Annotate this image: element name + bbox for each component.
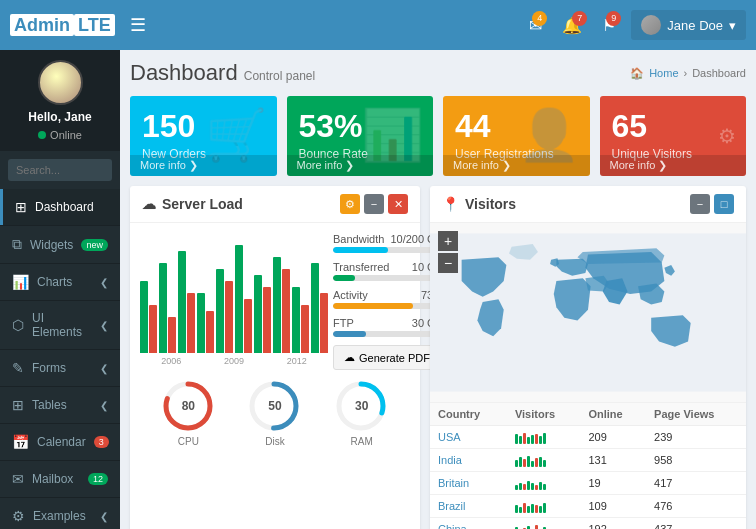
panel-close-button[interactable]: ✕ (388, 194, 408, 214)
bounce-footer[interactable]: More info ❯ (287, 155, 434, 176)
stats-right: Bandwidth 10/200 GB Transferred 10 GB (333, 233, 443, 370)
hamburger-button[interactable]: ☰ (125, 9, 151, 41)
panel-minimize-button[interactable]: − (364, 194, 384, 214)
bar-red (263, 287, 271, 353)
reg-footer[interactable]: More info ❯ (443, 155, 590, 176)
visitors-tools: − □ (690, 194, 734, 214)
server-load-panel: ☁ Server Load ⚙ − ✕ (130, 186, 420, 529)
user-menu[interactable]: Jane Doe ▾ (631, 10, 746, 40)
sidebar-item-label: Mailbox (32, 472, 73, 486)
page-subtitle: Control panel (244, 69, 315, 83)
sidebar-item-mailbox[interactable]: ✉ Mailbox 12 (0, 461, 120, 498)
sidebar-item-charts[interactable]: 📊 Charts ❮ (0, 264, 120, 301)
search-input[interactable] (8, 159, 112, 181)
messages-badge: 4 (532, 11, 547, 26)
calendar-icon: 📅 (12, 434, 29, 450)
bar-group (273, 257, 290, 353)
bar-green (311, 263, 319, 353)
country-link[interactable]: Brazil (438, 500, 466, 512)
country-link[interactable]: Britain (438, 477, 469, 489)
sidebar-item-label: Charts (37, 275, 72, 289)
sidebar-username: Hello, Jane (28, 110, 91, 124)
stat-box-registrations: 44 User Registrations 👤 More info ❯ (443, 96, 590, 176)
bar-group (216, 269, 233, 353)
server-load-body: 2006 2009 2012 Bandwidth 10/200 GB (130, 223, 420, 462)
map-zoom-out-button[interactable]: − (438, 253, 458, 273)
online-count: 131 (580, 449, 646, 472)
panel-config-button[interactable]: ⚙ (340, 194, 360, 214)
chevron-icon: ❮ (100, 363, 108, 374)
bar-group (235, 245, 252, 353)
country-link[interactable]: China (438, 523, 467, 529)
app-logo: AdminLTE (10, 15, 115, 36)
donut-label: Disk (247, 436, 302, 447)
bar-group (292, 287, 309, 353)
sidebar-item-examples[interactable]: ⚙ Examples ❮ (0, 498, 120, 529)
bar-green (216, 269, 224, 353)
country-link[interactable]: India (438, 454, 462, 466)
bar-green (254, 275, 262, 353)
sidebar-item-widgets[interactable]: ⧉ Widgets new (0, 226, 120, 264)
sidebar-item-calendar[interactable]: 📅 Calendar 3 (0, 424, 120, 461)
status-label: Online (50, 129, 82, 141)
alerts-badge: 7 (572, 11, 587, 26)
messages-button[interactable]: ✉ 4 (524, 11, 547, 40)
pageview-count: 239 (646, 426, 746, 449)
table-row: Britain 19 417 (430, 472, 746, 495)
online-dot (38, 131, 46, 139)
visitors-title: 📍 Visitors (442, 196, 516, 212)
visitors-minimize-button[interactable]: − (690, 194, 710, 214)
country-link[interactable]: USA (438, 431, 461, 443)
map-pin-icon: 📍 (442, 196, 459, 212)
progress-fill (333, 331, 366, 337)
online-count: 109 (580, 495, 646, 518)
mailbox-icon: ✉ (12, 471, 24, 487)
table-row: Brazil 109 476 (430, 495, 746, 518)
map-zoom-in-button[interactable]: + (438, 231, 458, 251)
sidebar-item-tables[interactable]: ⊞ Tables ❮ (0, 387, 120, 424)
breadcrumb-home[interactable]: Home (649, 67, 678, 79)
visitors-expand-button[interactable]: □ (714, 194, 734, 214)
alerts-button[interactable]: 🔔 7 (557, 11, 587, 40)
tasks-button[interactable]: ⚑ 9 (597, 11, 621, 40)
page-title-area: Dashboard Control panel (130, 60, 315, 86)
bar-red (320, 293, 328, 353)
sidebar-item-label: Tables (32, 398, 67, 412)
sidebar-item-label: Calendar (37, 435, 86, 449)
table-row: China 192 437 (430, 518, 746, 530)
breadcrumb-separator: › (684, 67, 688, 79)
mini-bars (515, 522, 572, 529)
donut-item: 80 CPU (161, 378, 216, 447)
avatar (38, 60, 83, 105)
table-row: India 131 958 (430, 449, 746, 472)
tables-icon: ⊞ (12, 397, 24, 413)
bar-red (206, 311, 214, 353)
sidebar-item-dashboard[interactable]: ⊞ Dashboard (0, 189, 120, 226)
sidebar-item-forms[interactable]: ✎ Forms ❮ (0, 350, 120, 387)
orders-footer[interactable]: More info ❯ (130, 155, 277, 176)
dashboard-icon: ⊞ (15, 199, 27, 215)
sidebar-user-profile: Hello, Jane Online (0, 50, 120, 151)
bar-green (292, 287, 300, 353)
bar-green (273, 257, 281, 353)
home-icon: 🏠 (630, 67, 644, 80)
gear-icon[interactable]: ⚙ (718, 124, 736, 148)
progress-fill (333, 275, 355, 281)
bar-green (159, 263, 167, 353)
bar-group (311, 263, 328, 353)
bar-group (140, 281, 157, 353)
bar-group (254, 275, 271, 353)
chart-labels: 2006 2009 2012 (140, 356, 328, 366)
vis-footer[interactable]: More info ❯ (600, 155, 747, 176)
bar-red (301, 305, 309, 353)
calendar-badge: 3 (94, 436, 109, 448)
bar-green (140, 281, 148, 353)
sidebar-item-ui-elements[interactable]: ⬡ UI Elements ❮ (0, 301, 120, 350)
stat-box-orders: 150 New Orders 🛒 More info ❯ (130, 96, 277, 176)
donut-label: RAM (334, 436, 389, 447)
breadcrumb-current: Dashboard (692, 67, 746, 79)
generate-pdf-button[interactable]: ☁ Generate PDF (333, 345, 443, 370)
bar-green (235, 245, 243, 353)
pageview-count: 958 (646, 449, 746, 472)
pageview-count: 417 (646, 472, 746, 495)
